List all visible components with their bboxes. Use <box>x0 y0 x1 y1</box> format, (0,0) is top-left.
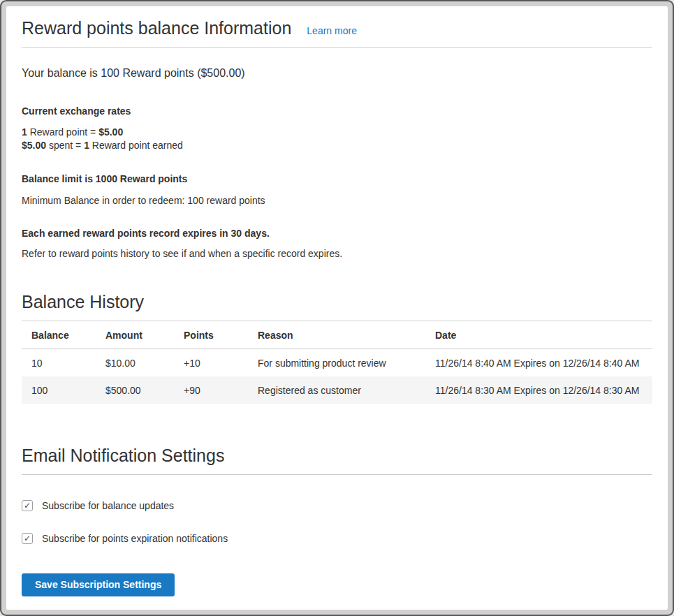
cell-date: 11/26/14 8:30 AM Expires on 12/26/14 8:3… <box>428 376 652 404</box>
cell-date: 11/26/14 8:40 AM Expires on 12/26/14 8:4… <box>428 349 652 377</box>
checkbox-label: Subscribe for points expiration notifica… <box>42 533 228 544</box>
minimum-balance-text: Minimum Balance in order to redeem: 100 … <box>22 195 652 206</box>
exchange-rate-line-1: 1 Reward point = $5.00 <box>22 126 652 139</box>
exchange-rate-line-2: $5.00 spent = 1 Reward point earned <box>22 139 652 152</box>
column-header-reason: Reason <box>251 321 428 349</box>
divider <box>22 47 652 48</box>
cell-reason: For submitting product review <box>251 349 428 377</box>
page-frame: Reward points balance Information Learn … <box>0 0 674 616</box>
column-header-balance: Balance <box>22 321 98 349</box>
cell-amount: $500.00 <box>98 376 177 404</box>
rate-points-value: 1 <box>22 126 27 138</box>
page-header: Reward points balance Information Learn … <box>22 18 652 38</box>
balance-history-table: Balance Amount Points Reason Date 10 $10… <box>22 321 652 404</box>
exchange-rates: 1 Reward point = $5.00 $5.00 spent = 1 R… <box>22 126 652 152</box>
column-header-amount: Amount <box>98 321 177 349</box>
rate-text: Reward point earned <box>89 140 183 151</box>
cell-balance: 10 <box>22 349 98 377</box>
page-title: Reward points balance Information <box>22 18 291 38</box>
table-header-row: Balance Amount Points Reason Date <box>22 321 652 349</box>
cell-reason: Registered as customer <box>251 376 428 404</box>
table-row: 100 $500.00 +90 Registered as customer 1… <box>22 376 652 404</box>
expiration-note: Refer to reward points history to see if… <box>22 248 652 259</box>
points-expiration-option[interactable]: ✓ Subscribe for points expiration notifi… <box>22 533 652 544</box>
reward-points-card: Reward points balance Information Learn … <box>6 6 668 610</box>
cell-amount: $10.00 <box>98 349 177 377</box>
rate-text: spent = <box>46 140 84 151</box>
exchange-rates-heading: Current exchange rates <box>22 105 652 117</box>
balance-limit-text: Balance limit is 1000 Reward points <box>22 173 652 184</box>
balance-updates-checkbox[interactable]: ✓ <box>22 500 33 511</box>
cell-points: +10 <box>177 349 251 377</box>
checkbox-label: Subscribe for balance updates <box>42 500 174 511</box>
expiration-text: Each earned reward points record expires… <box>22 228 652 239</box>
balance-updates-option[interactable]: ✓ Subscribe for balance updates <box>22 500 652 511</box>
email-settings-heading: Email Notification Settings <box>22 446 652 466</box>
rate-money-value: $5.00 <box>22 140 46 151</box>
rate-points-value: 1 <box>84 140 89 151</box>
divider <box>22 474 652 475</box>
rate-money-value: $5.00 <box>98 126 123 138</box>
cell-points: +90 <box>177 376 251 404</box>
save-subscription-settings-button[interactable]: Save Subscription Settings <box>22 573 175 596</box>
balance-message: Your balance is 100 Reward points ($500.… <box>22 67 652 80</box>
column-header-date: Date <box>428 321 652 349</box>
balance-history-heading: Balance History <box>22 292 652 312</box>
cell-balance: 100 <box>22 376 98 404</box>
column-header-points: Points <box>177 321 251 349</box>
points-expiration-checkbox[interactable]: ✓ <box>22 533 33 544</box>
table-row: 10 $10.00 +10 For submitting product rev… <box>22 349 652 377</box>
rate-text: Reward point = <box>27 126 98 138</box>
learn-more-link[interactable]: Learn more <box>307 25 357 36</box>
